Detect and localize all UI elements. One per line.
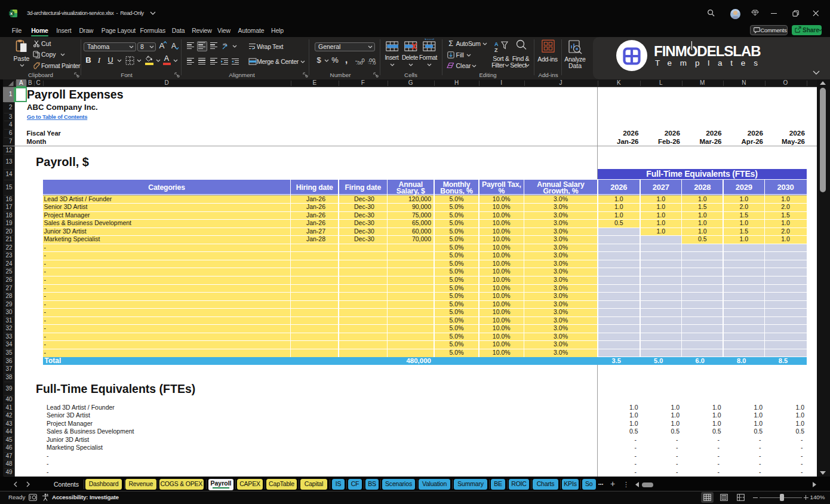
svg-text:Z: Z [494,47,498,53]
svg-text:ab: ab [223,42,227,46]
svg-text:A: A [494,41,499,47]
